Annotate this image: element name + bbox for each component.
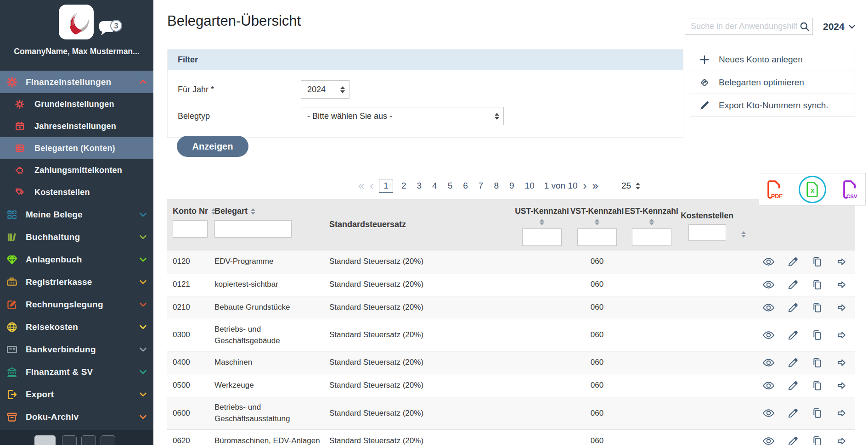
view-icon[interactable]: [762, 407, 775, 419]
belegart-filter-input[interactable]: [214, 220, 292, 238]
ust-filter-input[interactable]: [522, 228, 562, 246]
edit-icon[interactable]: [787, 356, 799, 369]
table-row: 0400 Maschinen Standard Steuersatz (20%)…: [167, 351, 855, 374]
copy-icon[interactable]: [811, 356, 823, 369]
sidebar-item-anlagenbuch[interactable]: Anlagenbuch: [0, 248, 153, 271]
kostenstellen-filter-input[interactable]: [688, 224, 726, 241]
pagination-page[interactable]: 2: [399, 179, 409, 192]
sidebar-item-bankverbindung[interactable]: Bankverbindung: [0, 338, 153, 361]
edit-icon[interactable]: [787, 379, 799, 392]
edit-icon[interactable]: [787, 435, 799, 445]
pagination-prev-button[interactable]: ‹: [370, 180, 373, 191]
sidebar-item-finanzamt-sv[interactable]: Finanzamt & SV: [0, 361, 153, 383]
view-icon[interactable]: [762, 379, 775, 392]
transfer-icon[interactable]: [835, 278, 848, 291]
sidebar-item-meine-belege[interactable]: Meine Belege: [0, 203, 153, 226]
copy-icon[interactable]: [811, 379, 823, 392]
copy-icon[interactable]: [811, 301, 823, 314]
footer-button[interactable]: [62, 435, 77, 445]
edit-icon[interactable]: [787, 301, 799, 314]
edit-icon[interactable]: [787, 256, 799, 268]
optimize-belegarten-button[interactable]: Belegarten optimieren: [690, 71, 855, 94]
view-icon[interactable]: [762, 356, 775, 369]
pagination-page[interactable]: 9: [507, 179, 517, 192]
sidebar-item-finanzeinstellungen[interactable]: Finanzeinstellungen: [0, 71, 153, 93]
view-icon[interactable]: [762, 278, 775, 291]
est-filter-input[interactable]: [632, 228, 671, 246]
konto-nr-filter-input[interactable]: [173, 220, 208, 238]
belegtyp-select[interactable]: - Bitte wählen Sie aus -: [301, 107, 504, 125]
cell-actions: [736, 430, 855, 445]
sort-icon[interactable]: [741, 231, 746, 238]
transfer-icon[interactable]: [835, 379, 848, 392]
transfer-icon[interactable]: [835, 256, 848, 268]
cell-actions: [736, 274, 855, 295]
copy-icon[interactable]: [811, 329, 823, 341]
view-icon[interactable]: [762, 301, 775, 314]
sidebar-item-kostenstellen[interactable]: Kostenstellen: [0, 181, 153, 203]
sidebar-item-registrierkasse[interactable]: Registrierkasse: [0, 271, 153, 293]
sort-icon[interactable]: [540, 219, 544, 225]
sort-icon[interactable]: [595, 219, 599, 225]
export-kto-sync-button[interactable]: Export Kto-Nummern synch.: [690, 94, 855, 117]
footer-button[interactable]: [34, 435, 56, 445]
view-icon[interactable]: [762, 435, 775, 445]
sidebar-item-jahreseinstellungen[interactable]: Jahreseinstellungen: [0, 115, 153, 137]
vst-filter-input[interactable]: [577, 228, 617, 246]
notifications-icon[interactable]: 3: [96, 19, 123, 42]
pagination-page[interactable]: 6: [461, 179, 470, 192]
view-icon[interactable]: [762, 256, 775, 268]
copy-icon[interactable]: [811, 278, 823, 291]
copy-icon[interactable]: [811, 407, 823, 419]
transfer-icon[interactable]: [835, 329, 848, 341]
cell-est-kennzahl: [625, 303, 678, 312]
edit-icon[interactable]: [787, 329, 799, 341]
pagination-next-button[interactable]: ›: [583, 180, 587, 191]
pagination-page[interactable]: 5: [445, 179, 455, 192]
sidebar-item-belegarten-konten[interactable]: Belegarten (Konten): [0, 137, 153, 159]
copy-icon[interactable]: [811, 256, 823, 268]
year-dropdown[interactable]: 2024: [823, 18, 856, 35]
pagination-page[interactable]: 3: [415, 179, 424, 192]
pagination-page[interactable]: 10: [523, 179, 537, 192]
sort-icon[interactable]: [251, 208, 255, 215]
pagination-page[interactable]: 7: [476, 179, 486, 192]
footer-button[interactable]: [101, 435, 115, 445]
transfer-icon[interactable]: [835, 435, 848, 445]
transfer-icon[interactable]: [835, 356, 848, 369]
pagination-page[interactable]: 8: [491, 179, 501, 192]
transfer-icon[interactable]: [835, 301, 848, 314]
sidebar-item-grundeinstellungen[interactable]: Grundeinstellungen: [0, 93, 153, 115]
company-logo[interactable]: [59, 5, 94, 39]
page-size-select[interactable]: 25: [621, 181, 644, 191]
year-select[interactable]: 2024: [301, 80, 349, 99]
export-pdf-icon[interactable]: PDF: [766, 179, 783, 200]
belegtyp-select-value: - Bitte wählen Sie aus -: [301, 111, 490, 121]
view-icon[interactable]: [762, 329, 775, 341]
transfer-icon[interactable]: [835, 407, 848, 419]
edit-icon[interactable]: [787, 407, 799, 419]
pagination-page[interactable]: 4: [430, 179, 440, 192]
sidebar-item-buchhaltung[interactable]: Buchhaltung: [0, 226, 153, 248]
pagination-last-button[interactable]: »: [592, 180, 598, 191]
export-excel-selected-ring[interactable]: x: [799, 176, 826, 203]
search-icon[interactable]: [799, 21, 810, 32]
anzeigen-button[interactable]: Anzeigen: [177, 136, 248, 157]
copy-icon[interactable]: [811, 435, 823, 445]
new-account-button[interactable]: Neues Konto anlegen: [690, 48, 855, 71]
sidebar-item-zahlungsmittelkonten[interactable]: Zahlungsmittelkonten: [0, 159, 153, 181]
footer-button[interactable]: [81, 435, 96, 445]
sidebar-item-export[interactable]: Export: [0, 383, 153, 406]
logo-swoosh-icon: [62, 8, 90, 36]
column-label: VST-Kennzahl: [570, 206, 624, 216]
sidebar-item-doku-archiv[interactable]: Doku-Archiv: [0, 406, 153, 428]
sidebar-item-reisekosten[interactable]: Reisekosten: [0, 316, 153, 338]
sort-icon[interactable]: [649, 219, 654, 225]
pagination-first-button[interactable]: «: [358, 180, 364, 191]
calculator-icon: [6, 209, 18, 221]
export-csv-icon[interactable]: CSV: [841, 179, 859, 200]
sidebar-item-rechnungslegung[interactable]: Rechnungslegung: [0, 293, 153, 316]
edit-icon[interactable]: [787, 278, 799, 291]
pagination-page[interactable]: 1: [379, 179, 393, 193]
help-search-input[interactable]: [685, 18, 799, 34]
